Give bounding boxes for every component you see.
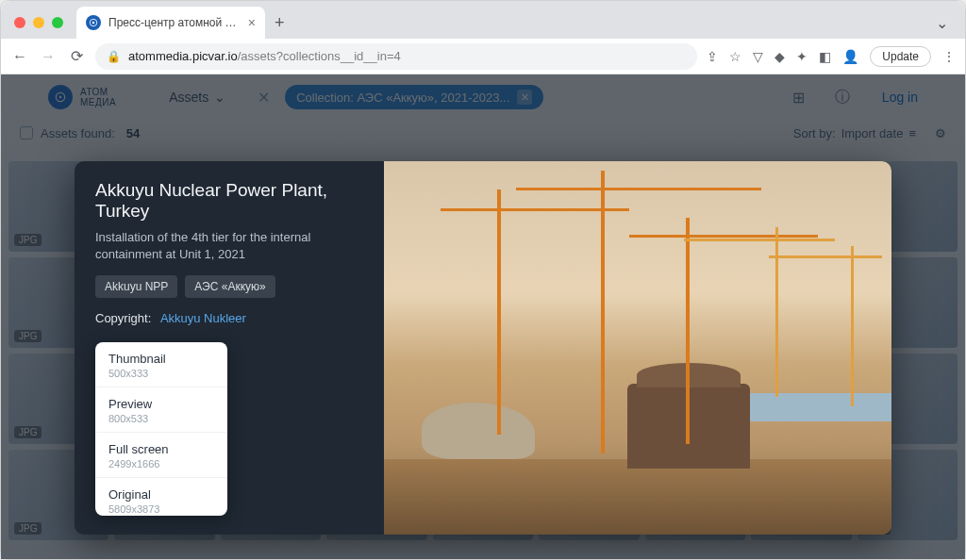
size-dims: 800x533 [108,413,214,424]
modal-info-panel: Akkuyu Nuclear Power Plant, Turkey Insta… [75,161,384,535]
extensions-icon[interactable]: ◧ [819,49,831,64]
copyright-label: Copyright: [95,311,151,325]
tag[interactable]: АЭС «Аккую» [185,275,275,298]
asset-title: Akkuyu Nuclear Power Plant, Turkey [95,180,363,222]
asset-subtitle: Installation of the 4th tier for the int… [95,229,363,262]
size-dims: 5809x3873 [108,503,214,515]
address-bar: ← → ⟳ 🔒 atommedia.picvar.io/assets?colle… [1,39,965,74]
extension-icon-2[interactable]: ✦ [796,49,808,64]
toolbar-right: ⇪ ☆ ▽ ◆ ✦ ◧ 👤 Update ⋮ [707,46,956,67]
asset-detail-modal: Akkuyu Nuclear Power Plant, Turkey Insta… [75,161,891,535]
bookmark-icon[interactable]: ☆ [729,49,741,64]
copyright-value[interactable]: Akkuyu Nukleer [160,311,246,325]
minimize-window-button[interactable] [33,17,44,28]
tag[interactable]: Akkuyu NPP [95,275,177,298]
window-controls [14,17,63,28]
size-name: Thumbnail [108,352,214,366]
update-button[interactable]: Update [870,46,931,67]
size-name: Preview [108,397,214,411]
new-tab-button[interactable]: + [275,14,285,31]
url-path: /assets?collections__id__in=4 [238,49,401,63]
size-dims: 2499x1666 [108,458,214,469]
size-option-fullscreen[interactable]: Full screen 2499x1666 [95,433,227,478]
maximize-window-button[interactable] [52,17,63,28]
reload-button[interactable]: ⟳ [67,47,86,65]
page-viewport: АТОМ МЕДИА Assets ⌄ ✕ Collection: АЭС «А… [1,74,965,559]
asset-preview-image[interactable] [384,161,891,535]
size-name: Full screen [108,442,214,456]
shield-icon[interactable]: ▽ [753,49,763,64]
asset-tags: Akkuyu NPP АЭС «Аккую» [95,275,363,298]
forward-button[interactable]: → [39,48,58,65]
size-option-original[interactable]: Original 5809x3873 [95,478,227,516]
copyright: Copyright: Akkuyu Nukleer [95,311,363,325]
size-dims: 500x333 [108,368,214,379]
size-option-thumbnail[interactable]: Thumbnail 500x333 [95,342,227,387]
share-icon[interactable]: ⇪ [707,49,718,64]
url-field[interactable]: 🔒 atommedia.picvar.io/assets?collections… [95,43,697,70]
url-host: atommedia.picvar.io [128,49,238,63]
tab-favicon [86,15,101,30]
menu-icon[interactable]: ⋮ [942,49,956,64]
lock-icon: 🔒 [107,50,121,63]
tab-strip: Пресс-центр атомной отрас × + ⌄ [1,1,965,39]
tabs-overflow-icon[interactable]: ⌄ [936,14,948,32]
browser-window: Пресс-центр атомной отрас × + ⌄ ← → ⟳ 🔒 … [0,0,966,560]
close-window-button[interactable] [14,17,25,28]
size-name: Original [108,487,214,502]
back-button[interactable]: ← [10,48,29,65]
size-option-preview[interactable]: Preview 800x533 [95,387,227,433]
svg-point-1 [92,22,95,25]
extension-icon-1[interactable]: ◆ [774,49,785,64]
profile-icon[interactable]: 👤 [842,49,858,64]
tab-title: Пресс-центр атомной отрас [108,16,241,29]
download-sizes-card: Thumbnail 500x333 Preview 800x533 Full s… [95,342,227,516]
browser-tab[interactable]: Пресс-центр атомной отрас × [76,7,265,39]
tab-close-icon[interactable]: × [248,16,256,29]
